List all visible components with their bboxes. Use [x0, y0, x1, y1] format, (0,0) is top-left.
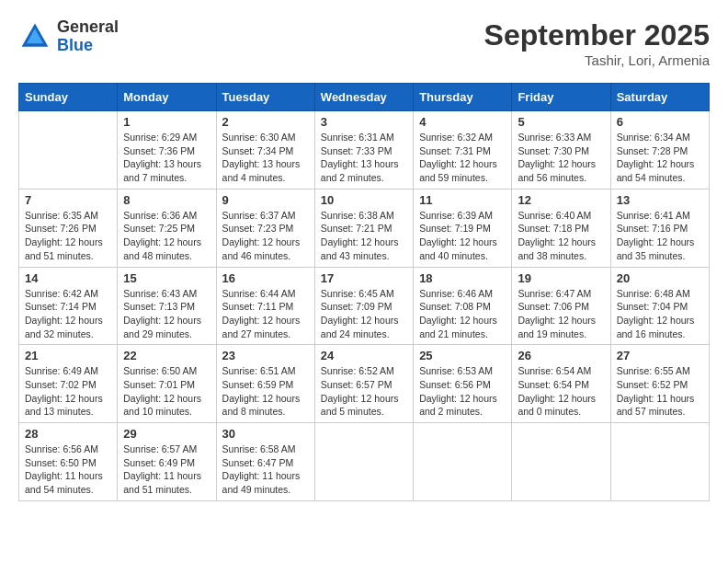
calendar-cell: 11Sunrise: 6:39 AMSunset: 7:19 PMDayligh… [414, 189, 512, 267]
cell-line: Daylight: 11 hours [617, 392, 703, 406]
cell-line: Daylight: 12 hours [25, 314, 111, 327]
day-number: 29 [123, 427, 210, 441]
cell-line: Sunset: 7:31 PM [419, 144, 506, 158]
cell-line: Daylight: 12 hours [25, 236, 111, 249]
cell-line: Sunrise: 6:43 AM [123, 287, 210, 301]
page-header: General Blue September 2025 Tashir, Lori… [18, 18, 710, 68]
cell-line: Sunrise: 6:45 AM [321, 287, 407, 301]
day-number: 30 [222, 427, 309, 441]
cell-line: Daylight: 12 hours [25, 392, 111, 406]
cell-line: Daylight: 12 hours [518, 157, 604, 171]
cell-line: Sunrise: 6:30 AM [222, 131, 309, 144]
cell-line: Sunset: 7:25 PM [123, 222, 210, 236]
day-number: 6 [617, 115, 703, 129]
cell-line: Daylight: 11 hours [25, 469, 111, 483]
cell-line: and 2 minutes. [321, 171, 407, 185]
cell-line: Daylight: 13 hours [123, 157, 210, 171]
calendar-cell: 3Sunrise: 6:31 AMSunset: 7:33 PMDaylight… [314, 111, 413, 190]
cell-info: Sunrise: 6:31 AMSunset: 7:33 PMDaylight:… [321, 131, 407, 185]
day-number: 22 [123, 349, 210, 362]
cell-line: and 24 minutes. [321, 327, 407, 341]
cell-line: and 48 minutes. [123, 249, 210, 263]
day-number: 9 [222, 193, 309, 207]
cell-info: Sunrise: 6:38 AMSunset: 7:21 PMDaylight:… [321, 209, 407, 263]
cell-line: Daylight: 12 hours [419, 314, 506, 327]
cell-line: Sunset: 7:34 PM [222, 144, 309, 158]
cell-info: Sunrise: 6:46 AMSunset: 7:08 PMDaylight:… [419, 287, 506, 341]
cell-line: Daylight: 12 hours [419, 392, 506, 406]
cell-line: Sunrise: 6:55 AM [617, 364, 703, 378]
day-number: 16 [222, 271, 309, 285]
cell-line: Sunrise: 6:53 AM [419, 364, 506, 378]
day-number: 10 [321, 193, 407, 207]
col-header-thursday: Thursday [414, 84, 512, 111]
cell-line: Sunrise: 6:54 AM [518, 364, 604, 378]
calendar-cell: 4Sunrise: 6:32 AMSunset: 7:31 PMDaylight… [414, 111, 512, 190]
cell-line: Daylight: 12 hours [518, 314, 604, 327]
cell-line: and 46 minutes. [222, 249, 309, 263]
cell-line: Daylight: 12 hours [123, 392, 210, 406]
calendar-cell [610, 423, 709, 501]
col-header-sunday: Sunday [19, 84, 118, 111]
cell-info: Sunrise: 6:44 AMSunset: 7:11 PMDaylight:… [222, 287, 309, 341]
cell-line: Daylight: 12 hours [222, 392, 309, 406]
cell-info: Sunrise: 6:43 AMSunset: 7:13 PMDaylight:… [123, 287, 210, 341]
calendar-cell: 20Sunrise: 6:48 AMSunset: 7:04 PMDayligh… [610, 267, 709, 345]
day-number: 7 [25, 193, 111, 207]
cell-line: and 54 minutes. [25, 483, 111, 497]
cell-line: and 16 minutes. [617, 327, 703, 341]
cell-line: Sunset: 7:08 PM [419, 300, 506, 314]
cell-line: Daylight: 12 hours [123, 314, 210, 327]
cell-line: Sunset: 6:54 PM [518, 378, 604, 392]
calendar-cell: 16Sunrise: 6:44 AMSunset: 7:11 PMDayligh… [216, 267, 314, 345]
col-header-saturday: Saturday [610, 84, 709, 111]
cell-line: and 0 minutes. [518, 405, 604, 419]
logo-general: General [57, 18, 119, 37]
cell-line: Sunrise: 6:29 AM [123, 131, 210, 144]
day-number: 15 [123, 271, 210, 285]
cell-info: Sunrise: 6:52 AMSunset: 6:57 PMDaylight:… [321, 364, 407, 419]
cell-info: Sunrise: 6:57 AMSunset: 6:49 PMDaylight:… [123, 442, 210, 497]
cell-line: Sunrise: 6:48 AM [617, 287, 703, 301]
cell-line: Sunset: 7:23 PM [222, 222, 309, 236]
cell-line: and 8 minutes. [222, 405, 309, 419]
cell-line: and 29 minutes. [123, 327, 210, 341]
cell-info: Sunrise: 6:37 AMSunset: 7:23 PMDaylight:… [222, 209, 309, 263]
cell-line: and 51 minutes. [123, 483, 210, 497]
calendar-cell: 15Sunrise: 6:43 AMSunset: 7:13 PMDayligh… [118, 267, 216, 345]
cell-line: Sunrise: 6:36 AM [123, 209, 210, 223]
cell-info: Sunrise: 6:56 AMSunset: 6:50 PMDaylight:… [25, 442, 111, 497]
cell-info: Sunrise: 6:42 AMSunset: 7:14 PMDaylight:… [25, 287, 111, 341]
cell-line: Sunrise: 6:32 AM [419, 131, 506, 144]
cell-line: Sunset: 7:04 PM [617, 300, 703, 314]
cell-info: Sunrise: 6:54 AMSunset: 6:54 PMDaylight:… [518, 364, 604, 419]
col-header-wednesday: Wednesday [314, 84, 413, 111]
calendar-cell: 19Sunrise: 6:47 AMSunset: 7:06 PMDayligh… [512, 267, 610, 345]
cell-line: Daylight: 12 hours [419, 236, 506, 249]
cell-line: and 13 minutes. [25, 405, 111, 419]
cell-line: and 19 minutes. [518, 327, 604, 341]
cell-line: and 10 minutes. [123, 405, 210, 419]
cell-line: Sunrise: 6:58 AM [222, 442, 309, 456]
day-number: 4 [419, 115, 506, 129]
cell-info: Sunrise: 6:49 AMSunset: 7:02 PMDaylight:… [25, 364, 111, 419]
cell-line: and 40 minutes. [419, 249, 506, 263]
cell-line: and 35 minutes. [617, 249, 703, 263]
day-number: 1 [123, 115, 210, 129]
cell-line: Daylight: 11 hours [222, 469, 309, 483]
cell-line: Sunset: 7:13 PM [123, 300, 210, 314]
logo-blue: Blue [57, 37, 119, 55]
calendar-cell: 23Sunrise: 6:51 AMSunset: 6:59 PMDayligh… [216, 345, 314, 423]
cell-line: and 56 minutes. [518, 171, 604, 185]
cell-line: Sunset: 6:49 PM [123, 456, 210, 470]
cell-info: Sunrise: 6:55 AMSunset: 6:52 PMDaylight:… [617, 364, 703, 419]
cell-line: Sunrise: 6:46 AM [419, 287, 506, 301]
cell-line: Sunset: 7:14 PM [25, 300, 111, 314]
cell-info: Sunrise: 6:45 AMSunset: 7:09 PMDaylight:… [321, 287, 407, 341]
calendar-cell: 30Sunrise: 6:58 AMSunset: 6:47 PMDayligh… [216, 423, 314, 501]
cell-line: Sunset: 7:28 PM [617, 144, 703, 158]
calendar-cell: 13Sunrise: 6:41 AMSunset: 7:16 PMDayligh… [610, 189, 709, 267]
day-number: 20 [617, 271, 703, 285]
logo-text: General Blue [57, 18, 119, 55]
calendar-cell: 2Sunrise: 6:30 AMSunset: 7:34 PMDaylight… [216, 111, 314, 190]
